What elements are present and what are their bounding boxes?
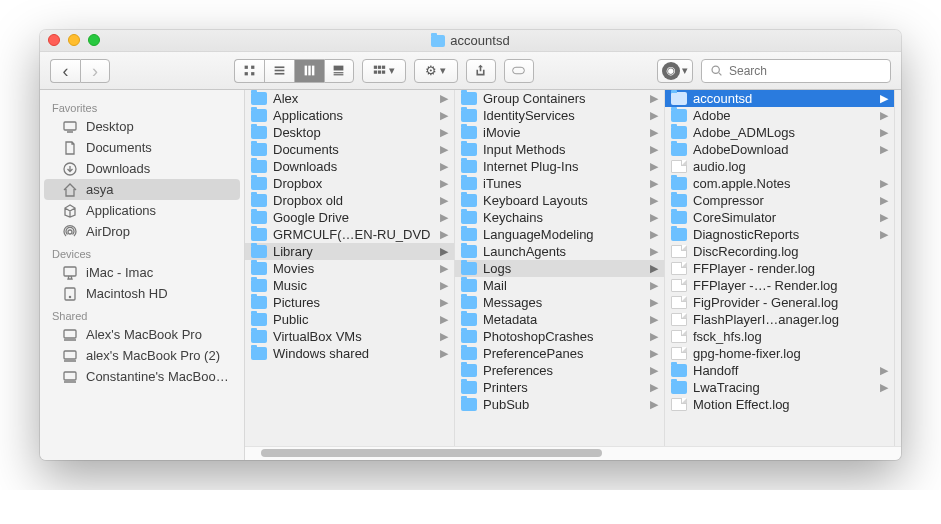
file-row[interactable]: GRMCULF(…EN-RU_DVD▶ — [245, 226, 454, 243]
sidebar-item[interactable]: iMac - Imac — [44, 262, 240, 283]
file-row[interactable]: Adobe▶ — [665, 107, 894, 124]
sidebar-item[interactable]: AirDrop — [44, 221, 240, 242]
file-row[interactable]: Desktop▶ — [245, 124, 454, 141]
browser-column[interactable]: Alex▶Applications▶Desktop▶Documents▶Down… — [245, 90, 455, 446]
file-row[interactable]: Input Methods▶ — [455, 141, 664, 158]
file-row[interactable]: Logs▶ — [455, 260, 664, 277]
file-row[interactable]: Windows shared▶ — [245, 345, 454, 362]
folder-icon — [461, 279, 477, 292]
file-row[interactable]: audio.log — [665, 158, 894, 175]
file-name: FlashPlayerI…anager.log — [693, 312, 888, 327]
file-row[interactable]: Metadata▶ — [455, 311, 664, 328]
file-row[interactable]: Applications▶ — [245, 107, 454, 124]
file-row[interactable]: Handoff▶ — [665, 362, 894, 379]
file-row[interactable]: com.apple.Notes▶ — [665, 175, 894, 192]
file-row[interactable]: FFPlayer - render.log — [665, 260, 894, 277]
file-row[interactable]: iTunes▶ — [455, 175, 664, 192]
action-button[interactable]: ⚙▾ — [414, 59, 458, 83]
sidebar-item[interactable]: Applications — [44, 200, 240, 221]
column-view-button[interactable] — [294, 59, 324, 83]
file-row[interactable]: fsck_hfs.log — [665, 328, 894, 345]
file-row[interactable]: Printers▶ — [455, 379, 664, 396]
sidebar-item-label: alex's MacBook Pro (2) — [86, 348, 220, 363]
file-row[interactable]: LaunchAgents▶ — [455, 243, 664, 260]
file-row[interactable]: PubSub▶ — [455, 396, 664, 413]
dropbox-badge-button[interactable]: ◉▾ — [657, 59, 693, 83]
file-row[interactable]: PreferencePanes▶ — [455, 345, 664, 362]
sidebar-item[interactable]: Constantine's MacBoo… — [44, 366, 240, 387]
svg-rect-12 — [334, 74, 344, 75]
back-button[interactable]: ‹ — [50, 59, 80, 83]
chevron-right-icon: ▶ — [650, 126, 658, 139]
scrollbar-thumb[interactable] — [261, 449, 602, 457]
chevron-right-icon: ▶ — [440, 211, 448, 224]
file-row[interactable]: FFPlayer -…- Render.log — [665, 277, 894, 294]
sidebar-item[interactable]: Macintosh HD — [44, 283, 240, 304]
file-row[interactable]: LanguageModeling▶ — [455, 226, 664, 243]
sidebar-item[interactable]: asya — [44, 179, 240, 200]
file-name: GRMCULF(…EN-RU_DVD — [273, 227, 434, 242]
sidebar-item[interactable]: Documents — [44, 137, 240, 158]
minimize-window-button[interactable] — [68, 34, 80, 46]
file-row[interactable]: Adobe_ADMLogs▶ — [665, 124, 894, 141]
file-row[interactable]: Dropbox old▶ — [245, 192, 454, 209]
file-row[interactable]: Library▶ — [245, 243, 454, 260]
file-row[interactable]: Internet Plug-Ins▶ — [455, 158, 664, 175]
icon-view-button[interactable] — [234, 59, 264, 83]
file-row[interactable]: Documents▶ — [245, 141, 454, 158]
file-row[interactable]: Compressor▶ — [665, 192, 894, 209]
file-row[interactable]: LwaTracing▶ — [665, 379, 894, 396]
file-row[interactable]: VirtualBox VMs▶ — [245, 328, 454, 345]
file-row[interactable]: Keychains▶ — [455, 209, 664, 226]
coverflow-view-button[interactable] — [324, 59, 354, 83]
share-button[interactable] — [466, 59, 496, 83]
file-name: Logs — [483, 261, 644, 276]
list-view-button[interactable] — [264, 59, 294, 83]
file-row[interactable]: Google Drive▶ — [245, 209, 454, 226]
file-row[interactable]: Public▶ — [245, 311, 454, 328]
zoom-window-button[interactable] — [88, 34, 100, 46]
arrange-button[interactable]: ▾ — [362, 59, 406, 83]
file-row[interactable]: PhotoshopCrashes▶ — [455, 328, 664, 345]
file-row[interactable]: Motion Effect.log — [665, 396, 894, 413]
file-row[interactable]: Pictures▶ — [245, 294, 454, 311]
forward-button[interactable]: › — [80, 59, 110, 83]
browser-column[interactable]: accountsd▶Adobe▶Adobe_ADMLogs▶AdobeDownl… — [665, 90, 895, 446]
file-row[interactable]: Mail▶ — [455, 277, 664, 294]
browser-column[interactable]: Group Containers▶IdentityServices▶iMovie… — [455, 90, 665, 446]
search-input[interactable] — [729, 64, 882, 78]
file-row[interactable]: DiscRecording.log — [665, 243, 894, 260]
tags-button[interactable] — [504, 59, 534, 83]
file-row[interactable]: Group Containers▶ — [455, 90, 664, 107]
file-row[interactable]: gpg-home-fixer.log — [665, 345, 894, 362]
home-icon — [62, 183, 78, 197]
file-row[interactable]: FigProvider - General.log — [665, 294, 894, 311]
file-name: Movies — [273, 261, 434, 276]
file-row[interactable]: IdentityServices▶ — [455, 107, 664, 124]
sidebar-item[interactable]: alex's MacBook Pro (2) — [44, 345, 240, 366]
svg-rect-29 — [64, 330, 76, 338]
file-row[interactable]: Preferences▶ — [455, 362, 664, 379]
file-row[interactable]: FlashPlayerI…anager.log — [665, 311, 894, 328]
file-row[interactable]: Dropbox▶ — [245, 175, 454, 192]
file-row[interactable]: Messages▶ — [455, 294, 664, 311]
folder-icon — [671, 364, 687, 377]
file-row[interactable]: accountsd▶ — [665, 90, 894, 107]
sidebar-item[interactable]: Desktop — [44, 116, 240, 137]
window-body: FavoritesDesktopDocumentsDownloadsasyaAp… — [40, 90, 901, 460]
file-row[interactable]: Downloads▶ — [245, 158, 454, 175]
close-window-button[interactable] — [48, 34, 60, 46]
sidebar-item[interactable]: Alex's MacBook Pro — [44, 324, 240, 345]
file-row[interactable]: Movies▶ — [245, 260, 454, 277]
file-row[interactable]: Alex▶ — [245, 90, 454, 107]
search-field[interactable] — [701, 59, 891, 83]
file-row[interactable]: Keyboard Layouts▶ — [455, 192, 664, 209]
file-row[interactable]: CoreSimulator▶ — [665, 209, 894, 226]
file-row[interactable]: iMovie▶ — [455, 124, 664, 141]
file-row[interactable]: DiagnosticReports▶ — [665, 226, 894, 243]
horizontal-scrollbar[interactable] — [245, 446, 901, 460]
sidebar-item[interactable]: Downloads — [44, 158, 240, 179]
file-row[interactable]: Music▶ — [245, 277, 454, 294]
sidebar-section-label: Devices — [40, 242, 244, 262]
file-row[interactable]: AdobeDownload▶ — [665, 141, 894, 158]
